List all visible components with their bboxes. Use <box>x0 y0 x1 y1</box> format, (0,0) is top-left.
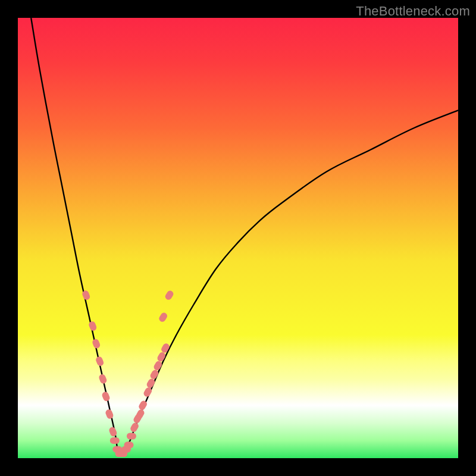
data-marker <box>110 437 120 444</box>
data-marker <box>156 351 167 362</box>
data-marker <box>149 369 160 380</box>
chart-svg <box>18 18 458 458</box>
bottleneck-curve <box>31 18 458 455</box>
data-marker <box>95 356 105 367</box>
chart-frame: TheBottleneck.com <box>0 0 476 476</box>
data-marker <box>158 312 168 323</box>
marker-layer <box>82 290 175 458</box>
data-marker <box>101 391 111 402</box>
watermark-label: TheBottleneck.com <box>356 4 470 19</box>
data-marker <box>164 290 175 301</box>
data-marker <box>160 342 171 353</box>
data-marker <box>127 433 136 440</box>
data-marker <box>124 441 133 448</box>
data-marker <box>92 338 101 349</box>
data-marker <box>98 373 108 384</box>
data-marker <box>105 409 114 420</box>
data-marker <box>153 360 164 371</box>
plot-area <box>18 18 458 458</box>
data-marker <box>88 321 98 332</box>
data-marker <box>129 422 140 433</box>
data-marker <box>108 426 118 437</box>
data-marker <box>146 378 156 389</box>
